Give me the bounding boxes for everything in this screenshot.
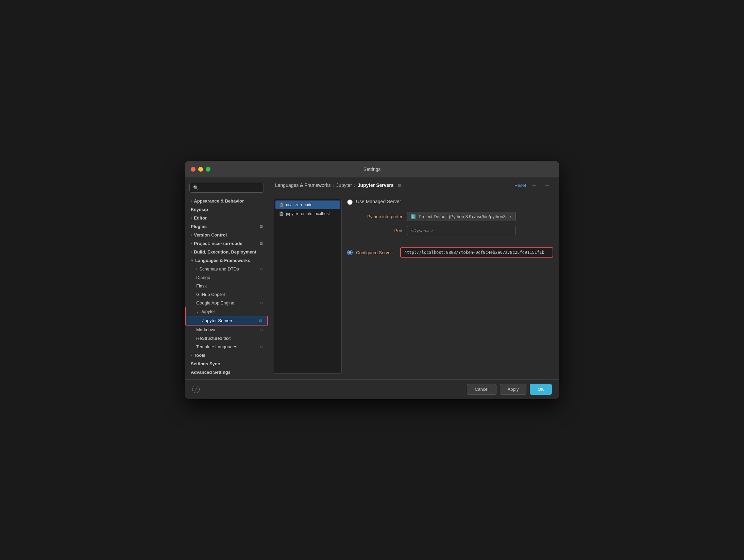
sidebar-item-tools[interactable]: › Tools (185, 351, 268, 360)
breadcrumb-bar: Languages & Frameworks › Jupyter › Jupyt… (268, 177, 559, 193)
cancel-button[interactable]: Cancel (467, 384, 496, 395)
chevron-right-icon: › (191, 242, 192, 245)
bottom-right: Cancel Apply OK (467, 384, 552, 395)
port-display: <Dynamic> (411, 228, 433, 233)
ok-button[interactable]: OK (530, 384, 552, 395)
sync-icon: ⊡ (260, 267, 263, 271)
chevron-right-icon: › (191, 199, 192, 203)
breadcrumb-sync-icon: ⊡ (398, 183, 401, 188)
server-item-remote[interactable]: 📓 jupyter-remote-localhost (275, 209, 340, 218)
sidebar-item-label: Template Languages (196, 344, 237, 349)
python-interpreter-row: Python interpreter: 🐍 Project Default (P… (356, 212, 553, 221)
help-button[interactable]: ? (192, 386, 200, 393)
managed-server-config: Python interpreter: 🐍 Project Default (P… (347, 212, 553, 235)
sidebar-item-label: Editor (194, 215, 207, 221)
server-list-panel: 📓 ncar-zarr-code 📓 jupyter-remote-localh… (274, 199, 342, 374)
back-button[interactable]: ← (529, 181, 539, 189)
main-area: Languages & Frameworks › Jupyter › Jupyt… (268, 177, 559, 379)
sidebar-item-project[interactable]: › Project: ncar-zarr-code ⊡ (185, 239, 268, 248)
chevron-right-icon: › (196, 267, 197, 271)
sidebar-item-label: Jupyter (201, 309, 215, 314)
window-title: Settings (363, 167, 381, 172)
sidebar-item-flask[interactable]: Flask (185, 282, 268, 290)
titlebar: Settings (185, 161, 559, 177)
sidebar-item-label: Settings Sync (191, 361, 220, 366)
sidebar-item-markdown[interactable]: Markdown ⊡ (185, 326, 268, 334)
reset-button[interactable]: Reset (514, 183, 526, 188)
sidebar-item-restructured[interactable]: ReStructured text (185, 334, 268, 343)
managed-server-radio[interactable] (347, 199, 353, 205)
apply-button[interactable]: Apply (500, 384, 527, 395)
settings-window: Settings 🔍 › Appearance & Behavior Keyma… (185, 161, 559, 399)
sync-icon: ⊡ (259, 319, 262, 322)
sidebar-item-keymap[interactable]: Keymap (185, 205, 268, 214)
sidebar-item-django[interactable]: Django (185, 273, 268, 282)
python-interpreter-dropdown[interactable]: 🐍 Project Default (Python 3.9) /usr/bin/… (407, 212, 516, 221)
breadcrumb-part1: Languages & Frameworks (275, 182, 331, 188)
sidebar-item-settings-sync[interactable]: Settings Sync (185, 360, 268, 368)
sidebar-item-appearance[interactable]: › Appearance & Behavior (185, 197, 268, 205)
sidebar-item-google-app-engine[interactable]: Google App Engine ⊡ (185, 299, 268, 307)
managed-server-row: Use Managed Server (347, 199, 553, 205)
sync-icon: ⊡ (260, 242, 263, 245)
configured-server-radio[interactable] (347, 250, 353, 255)
breadcrumb-sep1: › (333, 182, 334, 188)
sidebar-item-label: Project: ncar-zarr-code (194, 241, 242, 246)
port-row: Port: <Dynamic> (356, 226, 553, 235)
chevron-down-icon: ∨ (196, 310, 199, 313)
breadcrumb-actions: Reset ← → (514, 181, 552, 189)
forward-button[interactable]: → (542, 181, 552, 189)
traffic-lights (191, 167, 210, 172)
sidebar-item-editor[interactable]: › Editor (185, 214, 268, 222)
sidebar-item-build[interactable]: › Build, Execution, Deployment (185, 248, 268, 256)
settings-content: 📓 ncar-zarr-code 📓 jupyter-remote-localh… (268, 193, 559, 379)
configured-server-url-input[interactable] (400, 247, 553, 258)
sidebar-item-label: Flask (196, 283, 207, 288)
sidebar-item-label: Appearance & Behavior (194, 198, 244, 204)
sidebar-item-vcs[interactable]: › Version Control (185, 231, 268, 239)
sidebar-item-github-copilot[interactable]: GitHub Copilot (185, 290, 268, 299)
sidebar: 🔍 › Appearance & Behavior Keymap › Edito… (185, 177, 268, 379)
configured-server-label: Configured Server: (356, 250, 397, 255)
python-interpreter-label: Python interpreter: (356, 214, 404, 219)
sidebar-item-template-languages[interactable]: Template Languages ⊡ (185, 343, 268, 351)
sidebar-item-advanced-settings[interactable]: Advanced Settings (185, 368, 268, 377)
sidebar-item-label: Markdown (196, 327, 217, 332)
server-item-label: ncar-zarr-code (286, 203, 312, 207)
close-button[interactable] (191, 167, 196, 172)
sidebar-item-label: Plugins (191, 224, 207, 229)
sidebar-item-label: ReStructured text (196, 336, 231, 341)
breadcrumb-part2: Jupyter (336, 182, 352, 188)
sync-icon: ⊡ (260, 345, 263, 349)
dropdown-arrow-icon: ▼ (509, 215, 512, 218)
sync-icon: ⊡ (260, 328, 263, 332)
sidebar-item-lang-frameworks[interactable]: ∨ Languages & Frameworks (185, 256, 268, 265)
sidebar-item-jupyter[interactable]: ∨ Jupyter (185, 307, 268, 316)
maximize-button[interactable] (206, 167, 210, 172)
sidebar-item-label: Advanced Settings (191, 370, 231, 375)
bottom-bar: ? Cancel Apply OK (185, 379, 559, 399)
search-icon: 🔍 (193, 185, 199, 190)
server-icon-ncar: 📓 (279, 203, 284, 207)
search-box[interactable]: 🔍 (189, 183, 264, 193)
sidebar-item-label: GitHub Copilot (196, 292, 225, 297)
chevron-right-icon: › (191, 233, 192, 237)
server-item-ncar[interactable]: 📓 ncar-zarr-code (275, 200, 340, 209)
breadcrumb-sep2: › (354, 182, 356, 188)
configured-server-row: Configured Server: (347, 247, 553, 258)
sidebar-item-schemas[interactable]: › Schemas and DTDs ⊡ (185, 265, 268, 273)
server-item-label: jupyter-remote-localhost (286, 211, 330, 216)
sidebar-item-plugins[interactable]: Plugins ⊡ (185, 222, 268, 231)
sidebar-item-label: Keymap (191, 207, 208, 212)
sidebar-item-jupyter-servers[interactable]: Jupyter Servers ⊡ (185, 316, 268, 326)
chevron-down-icon: ∨ (191, 259, 193, 262)
sync-icon: ⊡ (260, 301, 263, 305)
server-config-panel: Use Managed Server Python interpreter: 🐍… (347, 199, 553, 374)
breadcrumb: Languages & Frameworks › Jupyter › Jupyt… (275, 182, 401, 188)
search-input[interactable] (201, 185, 260, 190)
minimize-button[interactable] (198, 167, 203, 172)
sidebar-item-label: Django (196, 275, 210, 280)
breadcrumb-part3: Jupyter Servers (358, 182, 394, 188)
chevron-right-icon: › (191, 250, 192, 254)
sidebar-item-label: Google App Engine (196, 300, 234, 305)
